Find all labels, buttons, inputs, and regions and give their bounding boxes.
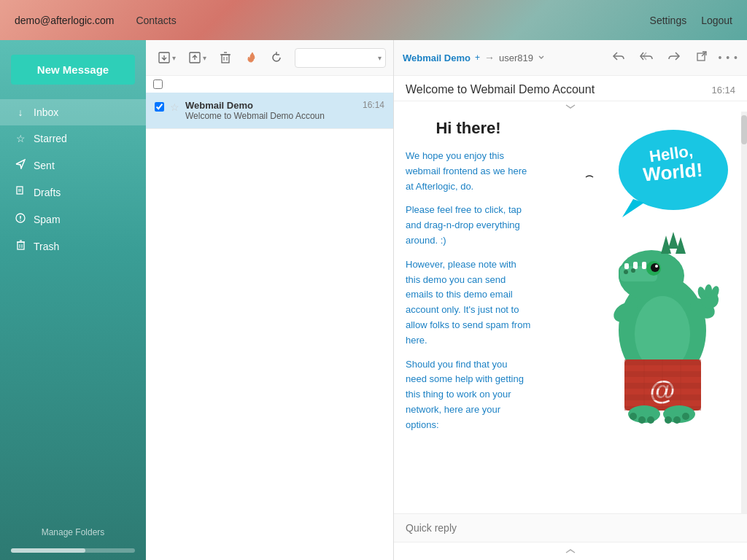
- svg-rect-15: [222, 55, 229, 63]
- sidebar-item-drafts[interactable]: Drafts: [0, 179, 146, 206]
- email-expand-chevron[interactable]: [394, 101, 747, 112]
- search-chevron-icon: ▾: [378, 54, 382, 62]
- sidebar-item-sent[interactable]: Sent: [0, 152, 146, 179]
- email-from: Webmail Demo: [185, 100, 357, 111]
- contacts-link[interactable]: Contacts: [136, 15, 176, 26]
- star-icon: ☆: [15, 133, 26, 144]
- svg-point-27: [563, 187, 584, 202]
- fire-button[interactable]: [240, 47, 262, 68]
- sidebar: New Message ↓ Inbox ☆ Starred Sent: [0, 40, 146, 560]
- table-row[interactable]: ☆ Webmail Demo Welcome to Webmail Demo A…: [146, 93, 393, 129]
- collapse-arrow[interactable]: [394, 542, 747, 560]
- email-scrollbar-thumb: [741, 115, 747, 144]
- sidebar-item-trash[interactable]: Trash: [0, 233, 146, 260]
- sidebar-item-starred-label: Starred: [34, 133, 67, 144]
- email-subject-bar: Welcome to Webmail Demo Account 16:14: [394, 76, 747, 101]
- select-all-checkbox[interactable]: [153, 79, 163, 89]
- email-para-1: We hope you enjoy this webmail frontend …: [406, 149, 531, 194]
- sidebar-item-sent-label: Sent: [34, 160, 55, 171]
- reply-all-button[interactable]: [635, 46, 657, 69]
- email-list-toolbar: ▾ ▾: [146, 40, 393, 76]
- svg-rect-38: [642, 262, 646, 269]
- svg-point-41: [651, 263, 659, 272]
- email-para-4: Should you find that you need some help …: [406, 357, 531, 433]
- sidebar-scrollbar-thumb: [11, 548, 85, 553]
- select-all-row: [146, 76, 393, 93]
- header: demo@afterlogic.com Contacts Settings Lo…: [0, 0, 747, 40]
- email-view-panel: Webmail Demo + → user819: [394, 40, 747, 560]
- trash-icon: [15, 240, 26, 252]
- svg-point-67: [665, 416, 672, 424]
- email-subject-preview: Welcome to Webmail Demo Accoun: [185, 111, 357, 121]
- svg-point-66: [647, 416, 654, 424]
- sidebar-item-spam-label: Spam: [34, 214, 61, 225]
- search-input[interactable]: [295, 48, 386, 68]
- logout-link[interactable]: Logout: [701, 15, 732, 26]
- email-items-list: ☆ Webmail Demo Welcome to Webmail Demo A…: [146, 93, 393, 560]
- import-button[interactable]: ▾: [153, 47, 180, 68]
- drafts-icon: [15, 186, 26, 198]
- sidebar-item-trash-label: Trash: [34, 241, 59, 252]
- email-body-content: Hi there! We hope you enjoy this webmail…: [406, 119, 735, 443]
- delete-button[interactable]: [214, 47, 236, 68]
- new-message-button[interactable]: New Message: [11, 55, 135, 85]
- header-left: demo@afterlogic.com Contacts: [15, 15, 177, 26]
- sidebar-item-drafts-label: Drafts: [34, 187, 61, 198]
- sidebar-nav: ↓ Inbox ☆ Starred Sent: [0, 99, 146, 516]
- svg-point-69: [682, 413, 689, 420]
- header-right: Settings Logout: [650, 15, 732, 26]
- refresh-button[interactable]: [266, 47, 287, 68]
- svg-point-42: [655, 265, 658, 268]
- thread-from: Webmail Demo: [403, 52, 471, 63]
- email-thread-info: Webmail Demo + → user819: [403, 52, 602, 63]
- svg-point-5: [20, 219, 21, 221]
- header-email: demo@afterlogic.com: [15, 15, 114, 26]
- svg-point-23: [573, 138, 605, 161]
- email-subject-title: Welcome to Webmail Demo Account: [406, 83, 595, 96]
- svg-rect-36: [624, 263, 629, 269]
- manage-folders-link[interactable]: Manage Folders: [0, 516, 146, 548]
- export-button[interactable]: ▾: [184, 47, 211, 68]
- thread-to: user819: [499, 52, 533, 63]
- email-body: Hi there! We hope you enjoy this webmail…: [394, 112, 747, 513]
- sidebar-item-starred[interactable]: ☆ Starred: [0, 125, 146, 152]
- email-list-panel: ▾ ▾: [146, 40, 394, 560]
- svg-marker-71: [668, 232, 678, 249]
- search-container: ▾: [295, 48, 386, 68]
- external-link-button[interactable]: [691, 46, 713, 69]
- import-chevron: ▾: [172, 54, 176, 62]
- svg-point-43: [624, 270, 628, 274]
- email-time: 16:14: [363, 100, 384, 110]
- reply-back-button[interactable]: [608, 46, 630, 69]
- thread-plus-icon: +: [475, 52, 480, 63]
- svg-line-21: [702, 52, 706, 56]
- email-checkbox[interactable]: [155, 102, 164, 112]
- star-icon[interactable]: ☆: [170, 101, 179, 113]
- sidebar-scrollbar[interactable]: [11, 548, 135, 553]
- email-body-scrollbar[interactable]: [741, 112, 747, 513]
- email-para-2: Please feel free to click, tap and drag-…: [406, 203, 531, 248]
- export-chevron: ▾: [203, 54, 206, 62]
- forward-button[interactable]: [663, 46, 685, 69]
- sidebar-item-inbox-label: Inbox: [34, 106, 58, 118]
- settings-link[interactable]: Settings: [650, 15, 687, 26]
- email-received-time: 16:14: [711, 85, 735, 96]
- thread-expand-icon[interactable]: [538, 53, 545, 62]
- svg-point-44: [631, 268, 635, 273]
- svg-rect-37: [633, 262, 638, 269]
- svg-point-68: [673, 416, 681, 424]
- email-para-3: However, please note with this demo you …: [406, 257, 531, 349]
- email-illustration: Hello, World!: [546, 119, 735, 443]
- email-item-content: Webmail Demo Welcome to Webmail Demo Acc…: [185, 100, 357, 121]
- email-greeting: Hi there!: [406, 119, 531, 138]
- quick-reply-input[interactable]: [406, 522, 735, 534]
- svg-rect-0: [17, 187, 23, 194]
- sidebar-item-inbox[interactable]: ↓ Inbox: [0, 99, 146, 125]
- quick-reply-bar: [394, 513, 747, 542]
- email-view-toolbar: Webmail Demo + → user819: [394, 40, 747, 76]
- sidebar-item-spam[interactable]: Spam: [0, 206, 146, 233]
- more-options-button[interactable]: • • •: [719, 52, 738, 63]
- thread-arrow-icon: →: [484, 52, 495, 63]
- main-layout: New Message ↓ Inbox ☆ Starred Sent: [0, 40, 747, 560]
- svg-rect-6: [18, 242, 24, 249]
